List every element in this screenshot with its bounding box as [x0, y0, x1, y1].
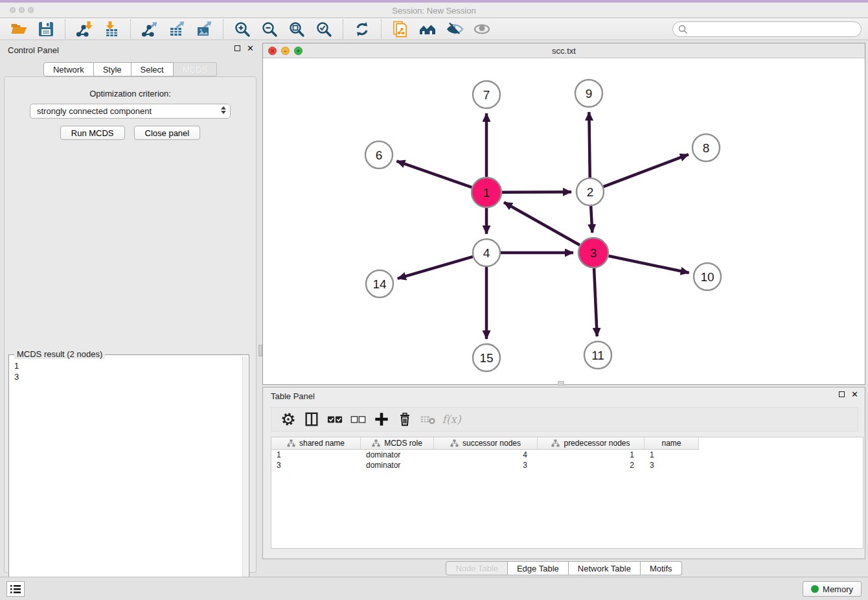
table-tab-motifs[interactable]: Motifs	[641, 561, 682, 575]
select-all-columns-icon[interactable]	[323, 410, 347, 429]
close-panel-icon[interactable]: ✕	[247, 45, 254, 51]
zoom-selected-icon[interactable]	[310, 19, 337, 39]
table-cell[interactable]: 1	[538, 450, 645, 460]
graph-edge-2-9[interactable]	[589, 112, 589, 178]
column-header-shared-name[interactable]: shared name	[271, 437, 361, 450]
result-scrollbar[interactable]	[242, 356, 248, 600]
optimization-criterion-select[interactable]: strongly connected component	[30, 104, 231, 119]
run-mcds-button[interactable]: Run MCDS	[60, 126, 125, 140]
table-cell[interactable]: 2	[538, 460, 645, 470]
memory-status-icon	[811, 585, 819, 593]
delete-column-icon[interactable]	[393, 410, 417, 429]
graph-edge-3-10[interactable]	[608, 256, 689, 273]
search-input[interactable]	[691, 23, 861, 36]
optimization-criterion-label: Optimization criterion:	[5, 89, 256, 98]
table-cell[interactable]: 3	[434, 460, 538, 470]
shared-column-icon	[287, 439, 295, 447]
graph-node-label-15: 15	[479, 351, 493, 365]
network-window-title: scc.txt	[263, 46, 865, 56]
table-tab-network-table[interactable]: Network Table	[569, 561, 641, 575]
column-header-MCDS-role[interactable]: MCDS role	[361, 437, 434, 450]
control-tab-style[interactable]: Style	[94, 62, 131, 76]
zoom-in-icon[interactable]	[229, 19, 256, 39]
column-header-label: predecessor nodes	[564, 439, 630, 448]
zoom-fit-icon[interactable]	[283, 19, 310, 39]
task-history-button[interactable]	[6, 581, 25, 597]
graph-edge-4-14[interactable]	[398, 257, 473, 279]
close-panel-button[interactable]: Close panel	[134, 126, 201, 140]
node-table-body: 1dominator4113dominator323	[271, 450, 863, 470]
column-header-predecessor-nodes[interactable]: predecessor nodes	[538, 437, 645, 450]
export-image-icon[interactable]	[190, 19, 218, 39]
column-settings-gear-icon[interactable]	[277, 410, 300, 429]
unselect-all-columns-icon[interactable]	[347, 410, 370, 429]
graph-edge-2-3[interactable]	[591, 206, 592, 233]
table-cell[interactable]: 1	[645, 450, 699, 460]
graph-node-label-3: 3	[590, 246, 597, 260]
mcds-result-item: 3	[14, 371, 242, 382]
network-overview-icon[interactable]	[414, 19, 441, 39]
graph-node-label-6: 6	[376, 148, 383, 162]
graph-edge-2-8[interactable]	[604, 154, 689, 187]
hide-graphics-details-icon[interactable]	[441, 19, 468, 39]
table-cell[interactable]: 4	[434, 450, 538, 460]
table-row: 1dominator411	[271, 450, 863, 460]
horizontal-splitter-handle[interactable]	[558, 381, 564, 386]
table-cell[interactable]: 1	[271, 450, 361, 460]
shared-column-icon	[551, 439, 560, 447]
import-network-icon[interactable]	[71, 19, 98, 39]
column-header-label: name	[661, 439, 681, 448]
search-field[interactable]	[672, 21, 862, 37]
task-list-icon	[10, 584, 21, 594]
status-bar: Memory	[0, 577, 868, 600]
float-panel-icon[interactable]	[234, 45, 240, 51]
export-network-icon[interactable]	[136, 19, 163, 39]
zoom-out-icon[interactable]	[256, 19, 283, 39]
mcds-tab-content: Optimization criterion: strongly connect…	[4, 76, 257, 573]
control-panel: Control Panel ✕ NetworkStyleSelectMCDS O…	[0, 40, 260, 575]
memory-button[interactable]: Memory	[803, 581, 862, 597]
network-view-window: ✕ − + scc.txt 1234678910111415	[262, 43, 865, 385]
save-session-icon[interactable]	[32, 19, 60, 39]
open-file-icon[interactable]	[5, 19, 32, 39]
control-panel-title: Control Panel	[8, 45, 59, 55]
titlebar: Session: New Session	[0, 0, 868, 18]
graph-node-label-4: 4	[483, 246, 490, 260]
show-columns-icon[interactable]	[300, 410, 323, 429]
graph-node-label-2: 2	[587, 185, 594, 199]
select-stepper-icon	[221, 106, 226, 114]
mcds-result-item: 1	[14, 360, 242, 371]
graph-edge-3-11[interactable]	[594, 268, 597, 336]
control-tab-mcds[interactable]: MCDS	[174, 62, 217, 76]
function-builder-icon[interactable]: f(x)	[440, 410, 463, 429]
table-cell[interactable]: 3	[271, 460, 361, 470]
table-cell[interactable]: dominator	[361, 450, 434, 460]
import-table-icon[interactable]	[98, 19, 125, 39]
column-header-name[interactable]: name	[645, 437, 699, 450]
graph-edge-1-6[interactable]	[396, 161, 472, 188]
graph-node-label-11: 11	[591, 349, 604, 362]
birds-eye-view-icon[interactable]	[468, 19, 496, 39]
network-canvas[interactable]: 1234678910111415	[263, 58, 865, 384]
graph-edge-3-1[interactable]	[504, 202, 580, 245]
new-network-from-selection-icon[interactable]	[387, 19, 414, 39]
close-table-panel-icon[interactable]: ✕	[851, 391, 858, 397]
refresh-icon[interactable]	[348, 19, 376, 39]
control-tab-select[interactable]: Select	[131, 62, 174, 76]
graph-node-label-14: 14	[372, 277, 387, 291]
graph-edge-1-2[interactable]	[502, 192, 571, 192]
shared-column-icon	[372, 439, 380, 447]
table-toolbar: f(x)	[271, 407, 858, 432]
control-tab-network[interactable]: Network	[43, 62, 94, 76]
delete-table-icon[interactable]	[417, 410, 440, 429]
table-tab-node-table[interactable]: Node Table	[446, 561, 508, 575]
table-cell[interactable]: 3	[645, 460, 699, 470]
table-tab-edge-table[interactable]: Edge Table	[508, 561, 569, 575]
table-cell[interactable]: dominator	[361, 460, 434, 470]
column-header-successor-nodes[interactable]: successor nodes	[434, 437, 538, 450]
float-table-panel-icon[interactable]	[839, 391, 845, 397]
add-column-icon[interactable]	[370, 410, 393, 429]
titlebar-accent-strip	[0, 0, 868, 3]
column-header-label: MCDS role	[384, 439, 422, 448]
export-table-icon[interactable]	[163, 19, 190, 39]
